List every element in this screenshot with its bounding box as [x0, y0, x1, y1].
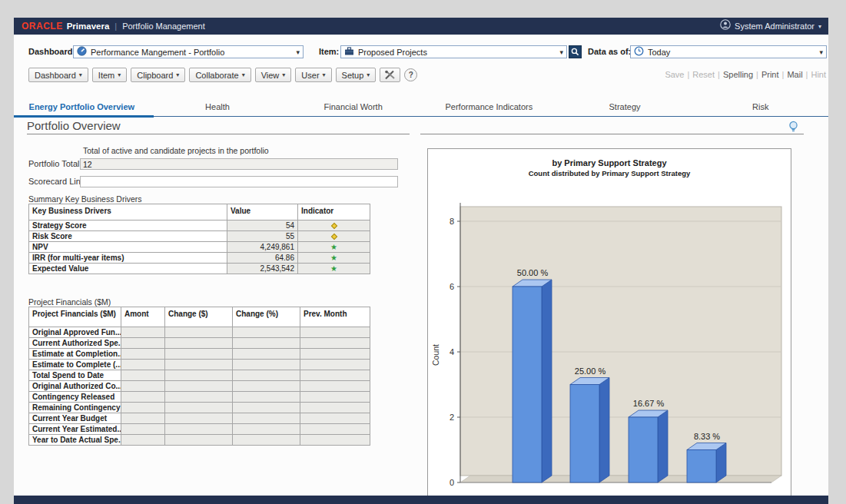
chevron-down-icon: ▾ [176, 71, 179, 78]
driver-value-cell: 2,543,542 [227, 264, 298, 274]
financial-value-cell [165, 370, 233, 381]
table-row[interactable]: Current Authorized Spe... [29, 338, 370, 349]
action-link-print[interactable]: Print [761, 70, 779, 79]
tab-risk[interactable]: Risk [692, 99, 828, 116]
svg-text:2: 2 [450, 413, 454, 422]
financial-value-cell [165, 349, 233, 360]
action-link-hint[interactable]: Hint [811, 70, 826, 79]
dashboard-selector[interactable]: Performance Mangement - Portfolio ▾ [73, 45, 304, 58]
action-link-mail[interactable]: Mail [787, 70, 802, 79]
table-row[interactable]: Estimate to Complete (... [29, 360, 370, 370]
panel-divider [420, 134, 804, 134]
financial-value-cell [233, 392, 300, 403]
action-links: Save|Reset|Spelling|Print|Mail|Hint [665, 70, 826, 79]
menu-button-label: Item [98, 71, 114, 80]
table-row[interactable]: Expected Value2,543,542★ [29, 264, 370, 274]
item-selector[interactable]: Proposed Projects ▾ [340, 45, 567, 58]
driver-value-cell: 54 [227, 220, 298, 231]
portfolio-total-label: Portfolio Total: [28, 159, 82, 168]
financial-value-cell [300, 327, 370, 338]
menu-button-clipboard[interactable]: Clipboard▾ [131, 68, 185, 82]
column-header: Indicator [298, 204, 370, 220]
financial-value-cell [121, 403, 165, 413]
driver-value-cell: 55 [227, 231, 298, 242]
table-row[interactable]: Risk Score55 [29, 231, 370, 242]
menu-button-user[interactable]: User▾ [295, 68, 331, 82]
dashboard-selector-value: Performance Mangement - Portfolio [91, 48, 224, 57]
menu-button-item[interactable]: Item▾ [92, 68, 127, 82]
lightbulb-icon[interactable] [788, 121, 798, 136]
financial-value-cell [233, 349, 300, 360]
chart-subtitle: Count distributed by Primary Support Str… [428, 169, 791, 177]
menu-button-dashboard[interactable]: Dashboard▾ [28, 68, 88, 82]
financial-value-cell [300, 360, 370, 370]
table-row[interactable]: Year to Date Actual Spe... [29, 435, 370, 446]
menu-button-view[interactable]: View▾ [255, 68, 292, 82]
financial-value-cell [233, 424, 300, 435]
financial-name-cell: Total Spend to Date [29, 370, 121, 381]
svg-text:Count: Count [431, 344, 440, 366]
financial-value-cell [121, 349, 165, 360]
diamond-indicator-icon [330, 234, 337, 240]
column-header: Prev. Month [300, 307, 370, 327]
search-icon [571, 45, 579, 59]
chart-title: by Primary Support Strategy [428, 158, 791, 167]
financial-value-cell [300, 338, 370, 349]
tools-icon [384, 70, 396, 80]
menu-button-setup[interactable]: Setup▾ [336, 68, 377, 82]
action-link-save[interactable]: Save [665, 70, 684, 79]
table-row[interactable]: IRR (for multi-year items)64.86★ [29, 253, 370, 264]
action-link-reset[interactable]: Reset [692, 70, 715, 79]
financial-value-cell [121, 360, 165, 370]
menu-button-collaborate[interactable]: Collaborate▾ [189, 68, 250, 82]
table-row[interactable]: Contingency Released [29, 392, 370, 403]
scorecard-link-field[interactable] [80, 176, 398, 187]
tab-health[interactable]: Health [150, 99, 286, 116]
svg-text:8: 8 [450, 217, 454, 226]
financial-value-cell [233, 413, 300, 424]
tools-button[interactable] [380, 68, 400, 82]
brand-divider: | [114, 22, 117, 31]
table-header-row: Key Business DriversValueIndicator [29, 204, 370, 220]
data-as-of-selector[interactable]: Today ▾ [630, 45, 827, 58]
table-row[interactable]: Total Spend to Date [29, 370, 370, 381]
chart-container: by Primary Support Strategy Count distri… [427, 148, 791, 496]
app-header: ORACLE Primavera | Portfolio Management … [14, 18, 828, 35]
menu-button-label: User [301, 71, 319, 80]
table-row[interactable]: Original Approved Fun... [29, 327, 370, 338]
user-icon [720, 19, 731, 33]
financial-value-cell [165, 338, 233, 349]
table-row[interactable]: Strategy Score54 [29, 220, 370, 231]
financial-value-cell [233, 360, 300, 370]
item-search-button[interactable] [569, 45, 582, 58]
financial-value-cell [165, 392, 233, 403]
table-row[interactable]: Estimate at Completion... [29, 349, 370, 360]
svg-text:25.00 %: 25.00 % [575, 366, 606, 376]
chevron-down-icon: ▾ [367, 71, 370, 78]
table-row[interactable]: NPV4,249,861★ [29, 242, 370, 253]
portfolio-total-field[interactable] [80, 158, 398, 170]
chart-panel: by Primary Support Strategy Count distri… [420, 119, 805, 496]
table-row[interactable]: Original Authorized Co... [29, 381, 370, 392]
menu-button-label: Dashboard [35, 71, 76, 80]
financial-value-cell [233, 403, 300, 413]
tab-financial-worth[interactable]: Financial Worth [285, 99, 421, 116]
table-row[interactable]: Remaining Contingency [29, 403, 370, 413]
tab-strategy[interactable]: Strategy [557, 99, 693, 116]
chevron-down-icon: ▾ [282, 71, 285, 78]
table-row[interactable]: Current Year Estimated... [29, 424, 370, 435]
user-menu[interactable]: System Administrator ▾ [720, 19, 821, 33]
financial-value-cell [300, 381, 370, 392]
tab-performance-indicators[interactable]: Performance Indicators [421, 99, 557, 116]
driver-name-cell: Expected Value [29, 264, 227, 274]
financial-value-cell [233, 338, 300, 349]
help-button[interactable]: ? [404, 68, 417, 81]
tab-energy-portfolio-overview[interactable]: Energy Portfolio Overview [14, 99, 150, 116]
financial-name-cell: Current Authorized Spe... [29, 338, 121, 349]
dashboard-selector-label: Dashboard: [28, 45, 75, 58]
action-link-spelling[interactable]: Spelling [723, 70, 753, 79]
table-row[interactable]: Current Year Budget [29, 413, 370, 424]
driver-value-cell: 4,249,861 [227, 242, 298, 253]
tab-bar: Energy Portfolio OverviewHealthFinancial… [14, 99, 828, 117]
oracle-logo: ORACLE [22, 21, 63, 32]
